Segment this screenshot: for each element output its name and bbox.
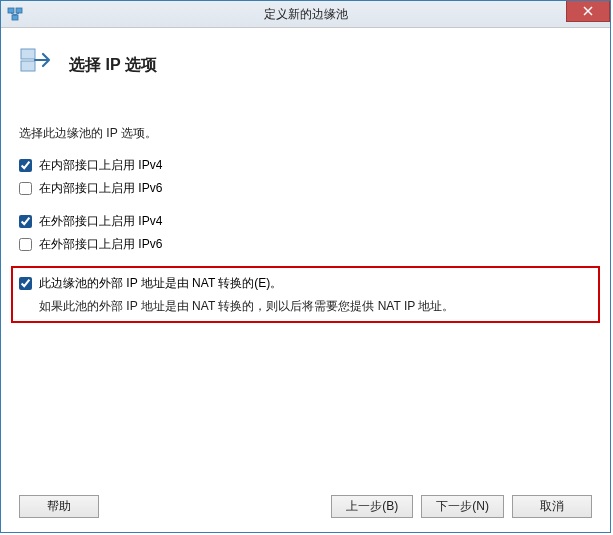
svg-rect-2: [12, 15, 18, 20]
option-nat: 此边缘池的外部 IP 地址是由 NAT 转换的(E)。: [19, 272, 592, 295]
checkbox-nat[interactable]: [19, 277, 32, 290]
content-area: 选择 IP 选项 选择此边缘池的 IP 选项。 在内部接口上启用 IPv4 在内…: [1, 28, 610, 480]
label-internal-ipv6: 在内部接口上启用 IPv6: [39, 180, 162, 197]
svg-rect-7: [21, 49, 35, 59]
checkbox-external-ipv6[interactable]: [19, 238, 32, 251]
wizard-window: 定义新的边缘池 选择 IP 选项 选择此边缘池的 IP 选项。 在: [0, 0, 611, 533]
checkbox-internal-ipv6[interactable]: [19, 182, 32, 195]
next-button[interactable]: 下一步(N): [421, 495, 504, 518]
app-icon: [7, 6, 23, 22]
cancel-button[interactable]: 取消: [512, 495, 592, 518]
label-internal-ipv4: 在内部接口上启用 IPv4: [39, 157, 162, 174]
close-button[interactable]: [566, 1, 610, 22]
label-external-ipv6: 在外部接口上启用 IPv6: [39, 236, 162, 253]
label-external-ipv4: 在外部接口上启用 IPv4: [39, 213, 162, 230]
checkbox-internal-ipv4[interactable]: [19, 159, 32, 172]
option-external-ipv6: 在外部接口上启用 IPv6: [19, 233, 592, 256]
option-internal-ipv4: 在内部接口上启用 IPv4: [19, 154, 592, 177]
nat-note-text: 如果此池的外部 IP 地址是由 NAT 转换的，则以后将需要您提供 NAT IP…: [39, 298, 592, 315]
svg-rect-8: [21, 61, 35, 71]
option-external-ipv4: 在外部接口上启用 IPv4: [19, 210, 592, 233]
close-icon: [583, 6, 593, 16]
label-nat: 此边缘池的外部 IP 地址是由 NAT 转换的(E)。: [39, 275, 282, 292]
help-button[interactable]: 帮助: [19, 495, 99, 518]
wizard-header: 选择 IP 选项: [19, 28, 592, 97]
titlebar: 定义新的边缘池: [1, 1, 610, 28]
svg-rect-1: [16, 8, 22, 13]
page-heading: 选择 IP 选项: [69, 55, 157, 76]
window-title: 定义新的边缘池: [1, 6, 610, 23]
button-bar: 帮助 上一步(B) 下一步(N) 取消: [1, 480, 610, 532]
nat-highlight-box: 此边缘池的外部 IP 地址是由 NAT 转换的(E)。 如果此池的外部 IP 地…: [11, 266, 600, 323]
options-group: 在内部接口上启用 IPv4 在内部接口上启用 IPv6 在外部接口上启用 IPv…: [19, 154, 592, 323]
option-internal-ipv6: 在内部接口上启用 IPv6: [19, 177, 592, 200]
svg-rect-0: [8, 8, 14, 13]
back-button[interactable]: 上一步(B): [331, 495, 413, 518]
instruction-text: 选择此边缘池的 IP 选项。: [19, 125, 592, 142]
checkbox-external-ipv4[interactable]: [19, 215, 32, 228]
wizard-icon: [19, 46, 55, 85]
